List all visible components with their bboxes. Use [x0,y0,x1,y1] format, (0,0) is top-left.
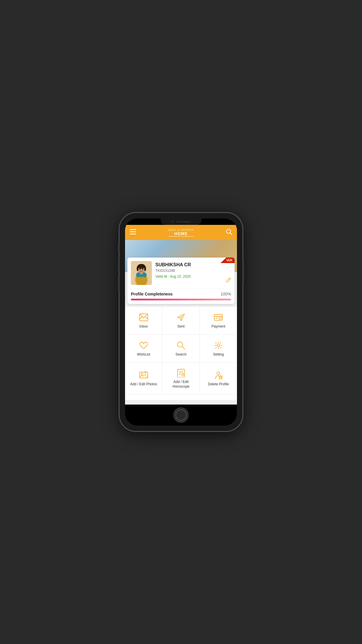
sent-icon [176,313,186,322]
payment-icon [214,313,223,322]
menu-item-payment[interactable]: Payment [200,307,237,335]
svg-line-22 [180,316,182,318]
search-icon [176,341,186,350]
menu-grid: Inbox Sent [125,307,237,394]
payment-label: Payment [212,324,225,329]
volume-down-button [118,276,120,292]
add-edit-photos-label: Add / Edit Photos [130,382,157,387]
profile-card: VER [127,258,235,304]
menu-item-delete-profile[interactable]: Delete Profile [200,363,237,394]
power-button [242,260,244,283]
wishlist-label: WishList [137,352,150,357]
sent-label: Sent [178,324,185,329]
svg-point-16 [142,268,143,270]
phone-screen: ONLY ID SEARCH HOME VER [125,218,237,426]
profile-id: TKID151288 [155,269,231,273]
svg-point-27 [178,342,183,347]
edit-profile-icon[interactable] [226,277,231,284]
menu-item-search[interactable]: Search [162,335,200,363]
menu-item-add-edit-horoscope[interactable]: Add / Edit Horoscope [162,363,200,394]
home-button[interactable] [173,407,189,423]
menu-item-wishlist[interactable]: WishList [125,335,162,363]
inbox-icon [139,313,148,322]
menu-item-add-edit-photos[interactable]: Add / Edit Photos [125,363,162,394]
delete-profile-icon [214,370,223,380]
bottom-spacer [125,394,237,400]
profile-top-section: SUBHIKSHA CR TKID151288 Valid till : Aug… [131,261,231,285]
profile-valid-till: Valid till : Aug 15, 2020 [155,274,231,279]
setting-label: Setting [213,352,224,357]
progress-bar-background [131,299,231,300]
app-header: ONLY ID SEARCH HOME [125,225,237,240]
header-subtitle: ONLY ID SEARCH [168,228,194,231]
svg-point-29 [217,344,220,346]
setting-icon [214,341,223,350]
completeness-header: Profile Completeness 100% [131,292,231,296]
profile-name: SUBHIKSHA CR [155,262,231,267]
header-title: HOME [174,231,188,236]
menu-row-3: Add / Edit Photos [125,363,237,394]
svg-point-17 [141,270,142,270]
svg-point-20 [143,273,147,277]
camera [171,220,174,223]
hamburger-menu-icon[interactable] [130,229,136,236]
svg-rect-26 [219,318,222,319]
svg-line-28 [182,346,185,349]
wishlist-icon [139,341,148,350]
notch [161,218,201,225]
verified-badge: VER [220,258,235,263]
search-label: Search [175,352,187,357]
svg-rect-30 [140,372,148,378]
completeness-section: Profile Completeness 100% [131,288,231,300]
header-title-area: ONLY ID SEARCH HOME [168,228,194,237]
menu-row-2: WishList Search [125,335,237,363]
svg-point-19 [136,273,140,277]
add-edit-horoscope-label: Add / Edit Horoscope [165,380,197,389]
volume-silent-button [118,242,120,253]
completeness-percent: 100% [221,292,231,296]
svg-point-12 [138,264,145,269]
svg-rect-1 [130,231,136,232]
app-screen: ONLY ID SEARCH HOME VER [125,225,237,405]
menu-row-1: Inbox Sent [125,307,237,335]
header-underline [168,236,194,237]
svg-point-14 [144,266,146,271]
delete-profile-label: Delete Profile [208,382,229,387]
header-search-icon[interactable] [226,229,232,237]
profile-info: SUBHIKSHA CR TKID151288 Valid till : Aug… [155,261,231,279]
profile-photo [131,261,152,285]
svg-point-13 [137,266,138,271]
menu-item-inbox[interactable]: Inbox [125,307,162,335]
svg-point-31 [141,373,143,375]
phone-frame: ONLY ID SEARCH HOME VER [120,213,242,431]
speaker [176,221,191,223]
svg-line-4 [230,233,232,235]
svg-rect-23 [214,314,222,320]
svg-point-18 [141,267,142,268]
progress-bar-fill [131,299,231,300]
svg-rect-2 [130,234,136,235]
svg-point-38 [217,372,220,375]
svg-point-15 [139,268,140,270]
menu-item-setting[interactable]: Setting [200,335,237,363]
completeness-label: Profile Completeness [131,292,173,296]
add-edit-photos-icon [139,370,148,380]
svg-rect-0 [130,229,136,230]
home-button-inner [175,410,187,421]
inbox-label: Inbox [139,324,148,329]
volume-up-button [118,257,120,273]
add-edit-horoscope-icon [176,368,186,377]
menu-item-sent[interactable]: Sent [162,307,200,335]
